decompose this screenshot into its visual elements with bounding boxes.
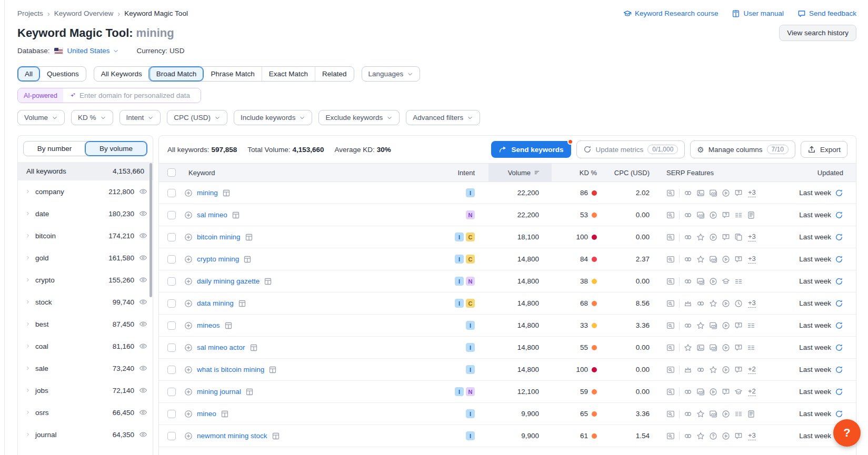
serp-more-link[interactable]: +2 (748, 387, 756, 396)
by-number-button[interactable]: By number (24, 141, 85, 156)
serp-snapshot-icon[interactable] (272, 432, 280, 440)
serp-more-link[interactable]: +3 (748, 255, 756, 264)
refresh-icon[interactable] (835, 321, 843, 330)
send-feedback-link[interactable]: Send feedback (797, 9, 856, 18)
chevron-right-icon[interactable] (25, 366, 31, 371)
chevron-right-icon[interactable] (25, 410, 31, 415)
add-keyword-icon[interactable] (184, 388, 193, 396)
keyword-link[interactable]: mineo (197, 410, 216, 418)
eye-icon[interactable] (139, 298, 147, 306)
all-keywords-group[interactable]: All keywords 4,153,660 (18, 162, 153, 180)
keyword-group-row[interactable]: company212,800 (18, 180, 153, 203)
row-checkbox[interactable] (167, 189, 176, 197)
row-checkbox[interactable] (167, 277, 176, 286)
row-checkbox[interactable] (167, 432, 176, 440)
keyword-group-row[interactable]: journal64,350 (18, 423, 153, 446)
eye-icon[interactable] (139, 276, 147, 284)
filter-include-keywords[interactable]: Include keywords (234, 110, 312, 125)
refresh-icon[interactable] (835, 366, 843, 374)
keyword-group-row[interactable]: osrs66,450 (18, 401, 153, 423)
eye-icon[interactable] (139, 187, 147, 196)
serp-snapshot-icon[interactable] (250, 343, 258, 352)
eye-icon[interactable] (139, 209, 147, 218)
chevron-right-icon[interactable] (25, 343, 31, 349)
chevron-right-icon[interactable] (25, 432, 31, 437)
keyword-group-row[interactable]: jobs72,140 (18, 379, 153, 401)
serp-snapshot-icon[interactable] (222, 189, 231, 197)
tab-all-keywords[interactable]: All Keywords (94, 67, 149, 81)
serp-more-link[interactable]: +3 (748, 188, 756, 197)
serp-snapshot-icon[interactable] (264, 277, 272, 286)
domain-input[interactable] (79, 92, 194, 99)
serp-snapshot-icon[interactable] (224, 321, 233, 330)
chevron-right-icon[interactable] (25, 388, 31, 393)
chevron-right-icon[interactable] (25, 233, 31, 238)
keyword-link[interactable]: mining (197, 189, 218, 197)
serp-more-link[interactable]: +3 (748, 299, 756, 308)
serp-more-link[interactable]: +2 (748, 365, 756, 374)
serp-snapshot-icon[interactable] (221, 410, 229, 418)
add-keyword-icon[interactable] (184, 366, 193, 374)
keyword-group-row[interactable]: crypto155,260 (18, 269, 153, 291)
add-keyword-icon[interactable] (184, 321, 193, 330)
view-search-history-button[interactable]: View search history (779, 25, 856, 41)
keyword-group-row[interactable]: best87,450 (18, 313, 153, 335)
tab-all[interactable]: All (18, 67, 39, 81)
refresh-icon[interactable] (835, 410, 843, 418)
filter-volume[interactable]: Volume (17, 110, 65, 125)
add-keyword-icon[interactable] (184, 189, 193, 197)
keyword-link[interactable]: sal mineo actor (197, 343, 245, 351)
eye-icon[interactable] (139, 231, 147, 240)
manage-columns-button[interactable]: ⚙ Manage columns 7/10 (690, 140, 795, 158)
row-checkbox[interactable] (167, 366, 176, 374)
row-checkbox[interactable] (167, 388, 176, 396)
keyword-link[interactable]: crypto mining (197, 255, 239, 263)
keyword-group-row[interactable]: bitcoin174,210 (18, 225, 153, 247)
chevron-right-icon[interactable] (25, 211, 31, 216)
chevron-right-icon[interactable] (25, 189, 31, 194)
user-manual-link[interactable]: User manual (732, 9, 784, 18)
row-checkbox[interactable] (167, 211, 176, 219)
add-keyword-icon[interactable] (184, 299, 193, 308)
refresh-icon[interactable] (835, 189, 843, 197)
serp-snapshot-icon[interactable] (245, 233, 253, 241)
keyword-research-course-link[interactable]: Keyword Research course (623, 9, 718, 18)
tab-phrase-match[interactable]: Phrase Match (203, 67, 261, 81)
serp-snapshot-icon[interactable] (245, 388, 254, 396)
keyword-group-row[interactable]: date180,230 (18, 203, 153, 225)
refresh-icon[interactable] (835, 343, 843, 352)
tab-broad-match[interactable]: Broad Match (149, 67, 204, 81)
add-keyword-icon[interactable] (184, 255, 193, 264)
filter-advanced[interactable]: Advanced filters (406, 110, 480, 125)
refresh-icon[interactable] (835, 299, 843, 308)
chevron-right-icon[interactable] (25, 255, 31, 260)
eye-icon[interactable] (139, 320, 147, 328)
serp-snapshot-icon[interactable] (238, 299, 246, 308)
serp-snapshot-icon[interactable] (268, 366, 277, 374)
keyword-group-row[interactable]: stock99,740 (18, 291, 153, 313)
languages-dropdown[interactable]: Languages (362, 66, 421, 82)
database-select[interactable]: United States (67, 47, 119, 55)
filter-intent[interactable]: Intent (119, 110, 161, 125)
row-checkbox[interactable] (167, 233, 176, 241)
keyword-group-row[interactable]: gold161,580 (18, 247, 153, 269)
serp-snapshot-icon[interactable] (243, 255, 252, 264)
tab-related[interactable]: Related (315, 67, 354, 81)
add-keyword-icon[interactable] (184, 410, 193, 418)
serp-snapshot-icon[interactable] (232, 211, 240, 219)
keyword-link[interactable]: what is bitcoin mining (197, 366, 264, 373)
export-button[interactable]: Export (801, 141, 847, 158)
refresh-icon[interactable] (835, 388, 843, 396)
filter-kd[interactable]: KD % (71, 110, 113, 125)
tab-exact-match[interactable]: Exact Match (262, 67, 315, 81)
filter-cpc[interactable]: CPC (USD) (167, 110, 227, 125)
eye-icon[interactable] (139, 342, 147, 350)
chevron-right-icon[interactable] (25, 299, 31, 305)
filter-exclude-keywords[interactable]: Exclude keywords (318, 110, 400, 125)
row-checkbox[interactable] (167, 321, 176, 330)
breadcrumb-projects[interactable]: Projects (17, 9, 43, 17)
refresh-icon[interactable] (835, 233, 843, 241)
refresh-icon[interactable] (835, 211, 843, 219)
keyword-link[interactable]: bitcoin mining (197, 233, 241, 241)
serp-more-link[interactable]: +3 (748, 431, 756, 440)
